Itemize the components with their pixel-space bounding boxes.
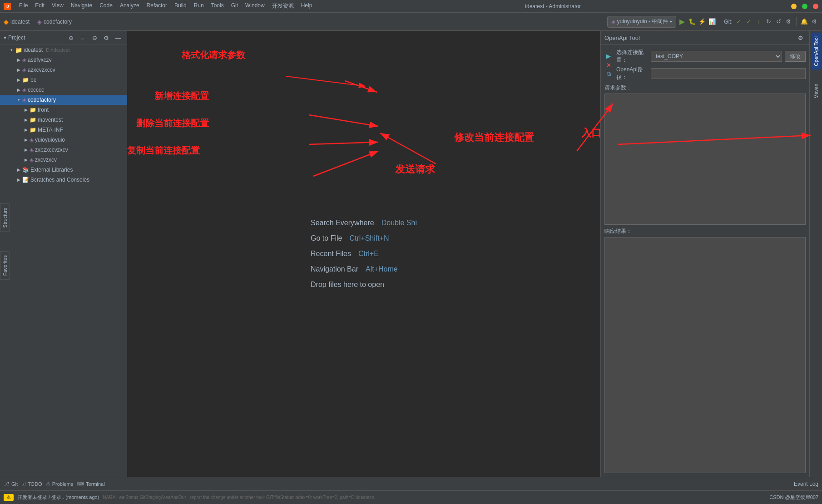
panel-settings-icon[interactable]: ⚙ xyxy=(796,33,806,43)
navigation-bar-item[interactable]: Navigation Bar Alt+Home xyxy=(311,265,398,273)
structure-tab[interactable]: Structure xyxy=(0,203,10,232)
menu-view[interactable]: View xyxy=(49,1,66,11)
tree-item-asdfvxczv[interactable]: ▶ ◈ asdfvxczv xyxy=(0,55,127,65)
go-to-file-item[interactable]: Go to File Ctrl+Shift+N xyxy=(311,234,389,242)
profile-button[interactable]: 📊 xyxy=(708,18,716,26)
ann-new-conn: 新增连接配置 xyxy=(154,90,209,102)
arrow: ▶ xyxy=(16,78,21,82)
lib-icon: 📚 xyxy=(22,167,29,173)
response-textarea[interactable] xyxy=(605,237,805,473)
todo-label: TODO xyxy=(28,481,42,487)
tree-root[interactable]: ▾ 📁 ideatest D:\ideatest xyxy=(0,45,127,55)
menu-analyze[interactable]: Analyze xyxy=(117,1,142,11)
menu-build[interactable]: Build xyxy=(172,1,189,11)
folder-icon: 📁 xyxy=(30,117,36,123)
folder-icon: 📁 xyxy=(30,127,36,133)
arrow: ▶ xyxy=(24,148,28,152)
tree-item-codefactory[interactable]: ▾ ◈ codefactory xyxy=(0,95,127,105)
menu-git[interactable]: Git xyxy=(228,1,241,11)
tree-item-meta-inf[interactable]: ▶ 📁 META-INF xyxy=(0,125,127,135)
tree-item-azxcvzxccv[interactable]: ▶ ◈ azxcvzxccv xyxy=(0,65,127,75)
menu-devresource[interactable]: 开发资源 xyxy=(269,1,297,11)
tree-item-maventest[interactable]: ▶ 📁 maventest xyxy=(0,115,127,125)
search-everywhere-item[interactable]: Search Everywhere Double Shi xyxy=(311,219,417,227)
title-text: ideatest - Administrator xyxy=(315,3,791,10)
debug-button[interactable]: 🐛 xyxy=(688,18,696,26)
main-layout: ▾ Project ⊕ ≡ ⊖ ⚙ — ▾ 📁 ideatest D:\idea… xyxy=(0,31,822,477)
scratch-icon: 📝 xyxy=(22,177,29,183)
tree-item-front[interactable]: ▶ 📁 front xyxy=(0,105,127,115)
tree-item-zxbzxccvzxcv[interactable]: ▶ ◈ zxbzxccvzxcv xyxy=(0,145,127,155)
menu-navigate[interactable]: Navigate xyxy=(68,1,95,11)
todo-status-item[interactable]: ☑ TODO xyxy=(21,481,42,487)
git-rollback[interactable]: ↺ xyxy=(774,18,782,26)
sidebar-project-name: Project xyxy=(8,35,25,41)
tree-item-yuioyuioyuio[interactable]: ▶ ◈ yuioyuioyuio xyxy=(0,135,127,145)
git-checkmark1[interactable]: ✓ xyxy=(734,18,743,26)
sidebar-settings-icon[interactable]: ⚙ xyxy=(101,33,111,43)
navigation-bar-label: Navigation Bar xyxy=(311,265,358,273)
openapi-tool-tab[interactable]: OpenApi Tool xyxy=(812,33,821,70)
git-settings[interactable]: ⚙ xyxy=(784,18,792,26)
menu-file[interactable]: File xyxy=(16,1,30,11)
maximize-button[interactable] xyxy=(802,4,807,9)
menu-window[interactable]: Window xyxy=(243,1,267,11)
tree-item-zxcvzxcv[interactable]: ▶ ◈ zxcvzxcv xyxy=(0,155,127,165)
folder-icon: 📁 xyxy=(30,107,36,113)
terminal-status-item[interactable]: ⌨ Terminal xyxy=(77,481,105,487)
menu-code[interactable]: Code xyxy=(97,1,115,11)
item-label: External Libraries xyxy=(30,167,73,173)
problems-status-item[interactable]: ⚠ Problems xyxy=(46,481,73,487)
item-label: cccccc xyxy=(28,87,44,93)
event-log-label: Event Log xyxy=(794,481,818,487)
terminal-label: Terminal xyxy=(86,481,105,487)
git-fetch[interactable]: ↻ xyxy=(764,18,772,26)
tree-item-cccccc[interactable]: ▶ ◈ cccccc xyxy=(0,85,127,95)
maven-tab[interactable]: Maven xyxy=(812,80,821,102)
arrow: ▶ xyxy=(24,118,28,122)
delete-conn-icon[interactable]: ✕ xyxy=(604,61,613,69)
plugin-badge: ◈ codefactory xyxy=(37,18,72,25)
menu-run[interactable]: Run xyxy=(191,1,207,11)
request-section: 请求参数： xyxy=(604,84,806,225)
menu-tools[interactable]: Tools xyxy=(208,1,227,11)
tree-item-be[interactable]: ▶ 📁 be xyxy=(0,75,127,85)
request-textarea[interactable] xyxy=(605,94,805,224)
run-button[interactable]: ▶ xyxy=(678,18,686,26)
sidebar-sort-icon[interactable]: ≡ xyxy=(78,33,88,43)
run-config-selector[interactable]: ◈ yuioyuioyuio - 中间件 ▾ xyxy=(607,16,677,28)
tree-item-external-libraries[interactable]: ▶ 📚 External Libraries xyxy=(0,165,127,175)
left-side-tabs: Structure Favorites xyxy=(0,203,10,280)
sidebar-refresh-icon[interactable]: ⊕ xyxy=(66,33,76,43)
project-name: ideatest xyxy=(10,19,30,25)
arrow: ▶ xyxy=(24,108,28,112)
menu-refactor[interactable]: Refactor xyxy=(144,1,170,11)
settings-button[interactable]: ⚙ xyxy=(810,18,818,26)
favorites-tab[interactable]: Favorites xyxy=(0,251,10,280)
notifications-button[interactable]: 🔔 xyxy=(800,18,808,26)
tree-item-scratches[interactable]: ▶ 📝 Scratches and Consoles xyxy=(0,175,127,185)
conn-select[interactable]: test_COPY xyxy=(651,51,782,62)
close-button[interactable] xyxy=(813,4,818,9)
git-push[interactable]: ↑ xyxy=(754,18,763,26)
sidebar-collapse-icon[interactable]: ⊖ xyxy=(89,33,99,43)
copy-conn-icon[interactable]: ⧉ xyxy=(604,70,613,78)
send-icon[interactable]: ▶ xyxy=(604,52,613,60)
recent-files-shortcut: Ctrl+E xyxy=(358,250,379,258)
module-icon: ◈ xyxy=(22,97,26,103)
sidebar-close-icon[interactable]: — xyxy=(113,33,123,43)
arrow: ▶ xyxy=(24,128,28,132)
path-input[interactable] xyxy=(651,68,806,79)
git-status-item[interactable]: ⎇ Git xyxy=(4,481,18,487)
event-log-status-item[interactable]: Event Log xyxy=(794,481,818,487)
git-checkmark2[interactable]: ✓ xyxy=(744,18,753,26)
menu-edit[interactable]: Edit xyxy=(32,1,47,11)
minimize-button[interactable] xyxy=(791,4,797,9)
coverage-button[interactable]: ⚡ xyxy=(698,18,706,26)
path-label: OpenApi路径： xyxy=(616,66,648,81)
recent-files-item[interactable]: Recent Files Ctrl+E xyxy=(311,250,379,258)
modify-button[interactable]: 修改 xyxy=(785,51,806,62)
conn-label: 选择连接配置： xyxy=(616,49,648,64)
menu-help[interactable]: Help xyxy=(298,1,315,11)
module-icon: ◈ xyxy=(30,137,34,143)
